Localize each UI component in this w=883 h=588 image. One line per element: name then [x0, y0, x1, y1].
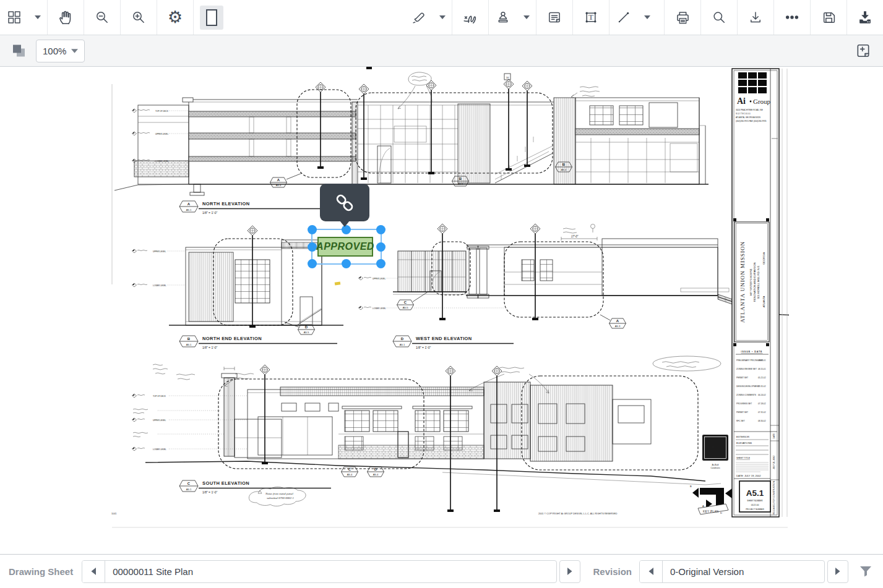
stamp-button[interactable]	[489, 0, 517, 35]
cloud-note: Notes from metal panel submittal 0790-00…	[249, 487, 306, 506]
text-glyph: T	[588, 13, 593, 22]
svg-text:PERMIT SET: PERMIT SET	[736, 411, 748, 414]
approved-stamp-annotation[interactable]: APPROVED	[317, 237, 373, 257]
svg-text:08.15.01: 08.15.01	[758, 368, 766, 370]
svg-text:A5.5: A5.5	[458, 182, 463, 185]
stamp-dropdown[interactable]	[517, 0, 536, 35]
print-button[interactable]	[665, 0, 700, 35]
svg-text:A5.4: A5.4	[276, 184, 282, 187]
hand-icon	[58, 9, 74, 25]
previous-sheet-button[interactable]	[82, 561, 105, 582]
save-to-device-button[interactable]	[847, 0, 883, 35]
svg-text:As-Built: As-Built	[712, 464, 719, 466]
highlighter-button[interactable]	[405, 0, 433, 35]
more-options-button[interactable]	[774, 0, 810, 35]
svg-text:UPPER LEVEL: UPPER LEVEL	[373, 278, 386, 280]
svg-text:NORTH ELEVATION: NORTH ELEVATION	[202, 201, 250, 207]
print-icon	[675, 10, 691, 25]
current-revision-name[interactable]: 0-Original Version	[663, 561, 824, 582]
svg-text:A5.4: A5.4	[347, 473, 353, 476]
section-tag: AA5.3	[600, 315, 626, 328]
next-revision-button[interactable]	[827, 560, 848, 583]
svg-text:ZONING COMMENTS: ZONING COMMENTS	[736, 394, 756, 396]
zoom-in-button[interactable]	[121, 0, 157, 35]
svg-text:16: 16	[506, 76, 509, 79]
svg-text:ISSUE • DATE: ISSUE • DATE	[741, 351, 763, 353]
svg-text:DESIGN DEVELOPMENT: DESIGN DEVELOPMENT	[736, 385, 759, 388]
resize-handle-bottom-center[interactable]	[342, 259, 351, 268]
save-button[interactable]	[811, 0, 846, 35]
svg-text:08.30.02: 08.30.02	[758, 420, 766, 422]
svg-text:LOWER LEVEL: LOWER LEVEL	[153, 284, 166, 287]
current-sheet-name[interactable]: 00000011 Site Plan	[105, 561, 200, 582]
svg-text:A5.4: A5.4	[373, 473, 379, 476]
elevation-label: AA5.1 NORTH ELEVATION 1/8" = 1'-0"	[179, 201, 337, 215]
zoom-level-select[interactable]: 100%	[36, 40, 85, 62]
sticky-note-button[interactable]	[536, 0, 572, 35]
svg-text:RFC SET: RFC SET	[736, 420, 745, 422]
svg-text:A5.1: A5.1	[186, 208, 192, 211]
svg-text:C: C	[404, 300, 407, 304]
resize-handle-top-right[interactable]	[376, 225, 386, 234]
compare-versions-button[interactable]	[7, 39, 31, 62]
svg-text:EXTERIOR: EXTERIOR	[736, 435, 749, 438]
settings-button[interactable]: ⚙	[157, 0, 193, 35]
svg-text:B: B	[562, 163, 566, 166]
link-tooltip[interactable]	[320, 184, 369, 221]
document-canvas[interactable]: TOP OF DECK UPPER LEVEL LOWER LEVEL	[0, 67, 883, 554]
add-page-icon	[855, 43, 871, 59]
search-button[interactable]	[701, 0, 737, 35]
svg-text:D: D	[374, 467, 377, 471]
selected-tool-highlight	[200, 6, 223, 30]
resize-handle-middle-left[interactable]	[308, 242, 317, 252]
next-sheet-button[interactable]	[559, 560, 580, 583]
svg-text:D: D	[305, 325, 308, 329]
filter-button[interactable]	[855, 560, 877, 583]
svg-text:A5.4: A5.4	[561, 168, 567, 171]
svg-text:SHEET TITLE: SHEET TITLE	[736, 457, 751, 459]
svg-text:SHEET NUMBER: SHEET NUMBER	[747, 500, 763, 502]
signature-icon	[462, 9, 478, 25]
datum-upper-level: UPPER LEVEL	[132, 249, 186, 253]
svg-text:ATLANTA: ATLANTA	[762, 296, 765, 308]
svg-text:A5.1: A5.1	[746, 488, 764, 498]
elevation-label: BA5.1 NORTH END ELEVATION 1/8" = 1'-0"	[179, 336, 337, 349]
datum-el-note	[133, 409, 220, 414]
line-dropdown[interactable]	[638, 0, 657, 35]
north-elevation-drawing: TOP OF DECK UPPER LEVEL LOWER LEVEL	[114, 72, 709, 215]
svg-text:KEY PLAN: KEY PLAN	[703, 510, 719, 513]
chevron-down-icon	[439, 15, 446, 19]
resize-handle-middle-right[interactable]	[376, 242, 386, 252]
svg-text:Ai: Ai	[737, 96, 746, 106]
resize-handle-top-left[interactable]	[308, 225, 317, 234]
text-box-button[interactable]: T	[573, 0, 609, 35]
west-end-elevation-drawing: UPPER LEVEL LOWER LEVEL	[359, 224, 790, 349]
resize-handle-bottom-right[interactable]	[376, 259, 386, 268]
grid-view-button[interactable]	[0, 0, 28, 35]
page-code: 1041	[111, 513, 116, 515]
section-tag: DA5.5	[285, 322, 315, 334]
svg-text:TOP OF DECK: TOP OF DECK	[153, 395, 166, 398]
ellipsis-icon	[784, 9, 800, 25]
add-annotation-page-button[interactable]	[851, 38, 876, 63]
grid-view-dropdown[interactable]	[28, 0, 47, 35]
drawing-sheet-selector: 00000011 Site Plan	[82, 560, 557, 583]
resize-handle-bottom-left[interactable]	[308, 259, 317, 268]
previous-revision-button[interactable]	[640, 561, 662, 582]
svg-text:SOUTH ELEVATION: SOUTH ELEVATION	[202, 480, 249, 486]
svg-text:TOP OF DECK: TOP OF DECK	[155, 110, 169, 113]
line-tool-button[interactable]	[609, 0, 638, 35]
zoom-out-button[interactable]	[84, 0, 120, 35]
svg-text:1/8" = 1'-0": 1/8" = 1'-0"	[202, 346, 218, 349]
svg-text:03.31.02: 03.31.02	[758, 385, 766, 388]
single-page-view-button[interactable]	[194, 0, 230, 35]
svg-text:MY SISTER'S HOUSE: MY SISTER'S HOUSE	[749, 268, 752, 295]
keynote-box: 16	[504, 74, 510, 80]
signature-button[interactable]	[452, 0, 488, 35]
svg-text:Notes from metal panel: Notes from metal panel	[265, 492, 293, 495]
svg-text:D: D	[720, 511, 722, 514]
download-button[interactable]	[738, 0, 773, 35]
pan-tool-button[interactable]	[48, 0, 84, 35]
highlighter-dropdown[interactable]	[433, 0, 452, 35]
handwritten-note	[153, 364, 254, 386]
